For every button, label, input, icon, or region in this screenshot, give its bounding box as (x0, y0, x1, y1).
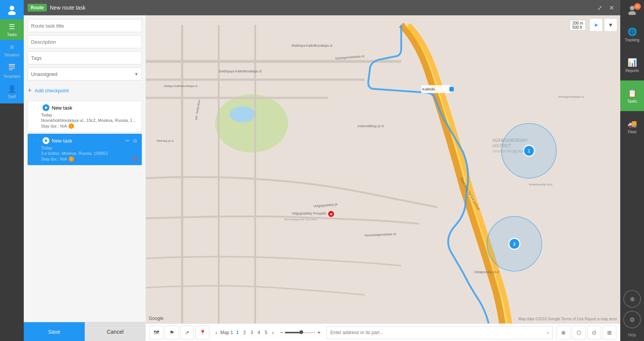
map-search-input[interactable] (330, 330, 545, 335)
svg-rect-3 (9, 66, 15, 67)
notification-badge: 25 (634, 3, 641, 10)
tasks-icon: ☰ (9, 23, 15, 31)
svg-point-9 (45, 139, 47, 142)
form-footer: Save Cancel (24, 322, 146, 341)
svg-point-1 (8, 11, 16, 15)
task-date: Today (41, 113, 138, 117)
close-button[interactable]: ✕ (607, 3, 616, 12)
sidebar-item-situation-label: Situation (5, 53, 20, 57)
sidebar-top: ☰ Tasks ≡ Situation Templates 👤 Staff (0, 0, 24, 103)
svg-rect-21 (449, 87, 453, 91)
streetview-button[interactable]: ⊙ (587, 326, 601, 339)
cancel-button[interactable]: Cancel (85, 322, 146, 341)
svg-rect-2 (9, 64, 15, 66)
flag-button[interactable]: ⚑ (165, 326, 179, 339)
sidebar-item-templates-label: Templates (3, 74, 21, 79)
situation-icon: ≡ (10, 43, 14, 51)
map-compass: ➤ ▼ (590, 18, 617, 31)
title-bar: Route New route task ⤢ ✕ (24, 0, 620, 15)
reports-label: Reports (625, 69, 639, 73)
assignee-select[interactable]: Unassigned (28, 67, 142, 80)
task-number-badge (43, 104, 49, 111)
tags-input[interactable] (28, 51, 142, 64)
map-page-1[interactable]: 1 (235, 329, 240, 336)
drag-handle-icon: ⋮⋮ (32, 138, 40, 143)
task-stay: Stay dur.: N/A i (41, 123, 138, 129)
copy-task-button[interactable]: ⧉ (132, 138, 138, 144)
map-view-button[interactable]: 🗺 (150, 326, 163, 339)
help-button[interactable]: Help (628, 333, 636, 337)
map-toolbar-bottom: 🗺 ⚑ ↗ 📍 ‹ Map 1 1 2 3 4 5 › (146, 323, 620, 341)
svg-point-12 (230, 106, 255, 122)
next-map-button[interactable]: › (270, 329, 275, 336)
form-panel: Unassigned ▼ + Add checkpoint ⋮⋮ (24, 15, 146, 341)
svg-text:Kalitniki: Kalitniki (422, 87, 435, 91)
location-button[interactable]: 📍 (196, 326, 209, 339)
sidebar-item-staff-label: Staff (8, 95, 16, 99)
task-list: ⋮⋮ New task Today Novokhokhlovskaya ul.,… (28, 101, 142, 165)
save-button[interactable]: Save (24, 322, 85, 341)
task-header: ⋮⋮ New task ✏ ⧉ (32, 137, 138, 144)
add-checkpoint-button[interactable]: + Add checkpoint (28, 84, 142, 98)
title-actions: ⤢ ✕ (595, 3, 616, 12)
route-task-title-input[interactable] (28, 19, 142, 32)
svg-text:2: 2 (513, 242, 516, 246)
tasks-label: Tasks (627, 99, 637, 103)
zoom-in-button[interactable]: + (317, 329, 320, 336)
zoom-bar[interactable] (285, 332, 315, 333)
right-sidebar: 25 🌐 Tracking 📊 Reports 📋 Tasks 🚚 Fleet … (620, 0, 644, 341)
task-stay: Stay dur.: N/A i (41, 156, 138, 162)
minimize-button[interactable]: ⤢ (595, 3, 605, 12)
zoom-fill (285, 332, 300, 333)
task-name: New task (52, 105, 138, 111)
right-sidebar-item-tasks[interactable]: 📋 Tasks (620, 80, 644, 111)
svg-text:1: 1 (528, 149, 531, 153)
prev-map-button[interactable]: ‹ (214, 329, 219, 336)
svg-point-11 (215, 94, 288, 152)
map-navigation: ‹ Map 1 1 2 3 4 5 › (214, 329, 275, 336)
assignee-select-wrapper: Unassigned ▼ (28, 67, 142, 80)
user-profile[interactable]: 25 (620, 0, 644, 19)
sidebar-item-situation[interactable]: ≡ Situation (0, 40, 24, 61)
map-page-2[interactable]: 2 (242, 329, 248, 336)
map-search-box: › (326, 326, 553, 339)
info-icon: i (69, 156, 74, 162)
search-round-button[interactable]: ⊕ (623, 290, 641, 308)
delete-task-button[interactable]: 🗑 (132, 156, 138, 162)
compass-button[interactable]: ➤ (590, 18, 603, 31)
task-address: Novokhokhlovskaya ul., 15c2, Moskva, Rus… (41, 118, 138, 123)
map-type-button[interactable]: ▼ (604, 18, 617, 31)
task-date: Today (41, 146, 138, 150)
map-data-attribution: Map data ©2016 Google Terms of Use Repor… (518, 317, 617, 321)
sidebar-item-tasks[interactable]: ☰ Tasks (0, 19, 24, 40)
right-sidebar-item-fleet[interactable]: 🚚 Fleet (620, 111, 644, 142)
map-page-4[interactable]: 4 (256, 329, 262, 336)
svg-text:Khokhlovskiy tuch.: Khokhlovskiy tuch. (529, 183, 553, 186)
layers-button[interactable]: ⊕ (557, 326, 570, 339)
task-item[interactable]: ⋮⋮ New task Today Novokhokhlovskaya ul.,… (28, 101, 142, 132)
staff-icon: 👤 (8, 85, 16, 93)
grid-button[interactable]: ⊞ (603, 326, 616, 339)
map-page-5[interactable]: 5 (263, 329, 269, 336)
add-checkpoint-label: Add checkpoint (35, 88, 69, 93)
search-submit-icon: › (547, 330, 549, 335)
polygon-button[interactable]: ⬡ (572, 326, 586, 339)
map-page-3[interactable]: 3 (249, 329, 255, 336)
sidebar-user-avatar[interactable] (0, 0, 24, 19)
description-input[interactable] (28, 35, 142, 48)
map-area[interactable]: Kalitniki NIZHEGORODSKY DISTRICT НИЖЕГОР… (146, 15, 620, 341)
task-item-selected[interactable]: ⋮⋮ New task ✏ ⧉ (28, 134, 142, 165)
truck-icon: 🚚 (628, 119, 637, 128)
edit-task-button[interactable]: ✏ (125, 138, 131, 144)
zoom-handle (299, 330, 303, 334)
svg-text:Sibirskiy pr-d: Sibirskiy pr-d (157, 139, 174, 143)
right-sidebar-item-tracking[interactable]: 🌐 Tracking (620, 19, 644, 50)
fleet-label: Fleet (628, 130, 636, 134)
svg-text:Malaya Kalitnikovskaya ul.: Malaya Kalitnikovskaya ul. (164, 84, 198, 88)
right-sidebar-item-reports[interactable]: 📊 Reports (620, 50, 644, 80)
share-button[interactable]: ↗ (180, 326, 194, 339)
settings-round-button[interactable]: ⚙ (623, 311, 641, 328)
sidebar-item-templates[interactable]: Templates (0, 61, 24, 81)
sidebar-item-staff[interactable]: 👤 Staff (0, 81, 24, 102)
zoom-out-button[interactable]: − (280, 329, 283, 336)
